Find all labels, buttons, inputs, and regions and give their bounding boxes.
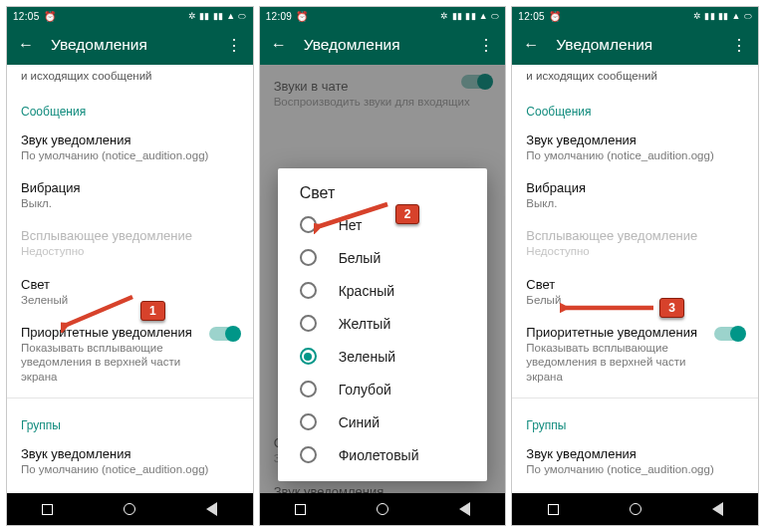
wifi-icon: ▲ xyxy=(731,11,740,21)
back-nav-button[interactable] xyxy=(712,502,723,516)
section-header-groups: Группы xyxy=(21,399,239,438)
setting-vibration[interactable]: Вибрация Выкл. xyxy=(21,172,239,220)
setting-title: Всплывающее уведомление xyxy=(526,228,744,243)
setting-light[interactable]: Свет Белый xyxy=(526,269,744,317)
setting-popup: Всплывающее уведомление Недоступно xyxy=(526,220,744,268)
home-button[interactable] xyxy=(630,503,641,515)
setting-group-tone[interactable]: Звук уведомления По умолчанию (notice_au… xyxy=(21,438,239,486)
light-option-cyan[interactable]: Голубой xyxy=(282,373,484,405)
light-option-none[interactable]: Нет xyxy=(282,208,484,241)
status-indicators: ✲ ▮▮ ▮▮ ▲ ⬭ xyxy=(188,11,247,22)
light-option-green[interactable]: Зеленый xyxy=(282,340,484,373)
content-area[interactable]: и исходящих сообщений Сообщения Звук уве… xyxy=(7,65,253,493)
setting-title: Приоритетные уведомления xyxy=(526,325,744,340)
overflow-menu-button[interactable]: ⋮ xyxy=(728,36,750,55)
radio-icon xyxy=(300,216,317,233)
setting-priority[interactable]: Приоритетные уведомления Показывать вспл… xyxy=(21,317,239,394)
signal-icon: ▮▮ xyxy=(199,11,210,21)
setting-subtitle: Недоступно xyxy=(21,244,239,258)
app-bar: ← Уведомления ⋮ xyxy=(7,25,253,65)
section-header-groups: Группы xyxy=(526,399,744,438)
more-vertical-icon: ⋮ xyxy=(226,37,242,54)
priority-switch[interactable] xyxy=(714,327,744,341)
page-title: Уведомления xyxy=(304,36,476,54)
page-title: Уведомления xyxy=(51,36,223,54)
back-button[interactable]: ← xyxy=(15,34,37,56)
dialog-title: Свет xyxy=(282,184,484,208)
section-header-messages: Сообщения xyxy=(526,85,744,125)
radio-icon xyxy=(300,446,317,463)
setting-subtitle: По умолчанию (notice_audition.ogg) xyxy=(526,462,744,476)
setting-title: Звук уведомления xyxy=(526,133,744,147)
android-nav-bar xyxy=(260,493,506,525)
recent-apps-button[interactable] xyxy=(42,504,53,515)
signal-icon: ▮▮ xyxy=(452,11,463,21)
android-nav-bar xyxy=(7,493,253,525)
content-area: Звуки в чате Воспроизводить звуки для вх… xyxy=(260,65,506,493)
setting-subtitle: По умолчанию (notice_audition.ogg) xyxy=(21,462,239,476)
status-bar: 12:05 ⏰ ✲ ▮▮ ▮▮ ▲ ⬭ xyxy=(7,7,253,25)
back-button[interactable]: ← xyxy=(268,34,290,56)
signal-icon: ▮▮ xyxy=(718,11,729,21)
setting-popup: Всплывающее уведомление Недоступно xyxy=(21,220,239,268)
light-option-red[interactable]: Красный xyxy=(282,274,484,307)
light-option-white[interactable]: Белый xyxy=(282,241,484,274)
wifi-icon: ▲ xyxy=(226,11,235,21)
alarm-icon: ⏰ xyxy=(296,11,308,22)
setting-subtitle: Недоступно xyxy=(526,244,744,258)
light-option-purple[interactable]: Фиолетовый xyxy=(282,438,484,471)
setting-group-vibration[interactable]: Вибрация xyxy=(526,487,744,493)
overflow-menu-button[interactable]: ⋮ xyxy=(223,36,245,55)
light-option-yellow[interactable]: Желтый xyxy=(282,307,484,340)
status-bar: 12:05 ⏰ ✲ ▮▮ ▮▮ ▲ ⬭ xyxy=(512,7,758,25)
signal-icon: ▮▮ xyxy=(704,11,715,21)
bluetooth-icon: ✲ xyxy=(440,11,448,21)
back-nav-button[interactable] xyxy=(206,502,217,516)
battery-icon: ⬭ xyxy=(238,11,246,22)
setting-title: Вибрация xyxy=(526,180,744,195)
option-label: Желтый xyxy=(339,316,391,332)
setting-title: Приоритетные уведомления xyxy=(21,325,239,340)
setting-title: Звук уведомления xyxy=(526,446,744,461)
radio-icon xyxy=(300,348,317,365)
status-time: 12:05 xyxy=(518,11,545,22)
phone-screen-3: 12:05 ⏰ ✲ ▮▮ ▮▮ ▲ ⬭ ← Уведомления ⋮ и ис… xyxy=(511,6,759,526)
setting-subtitle: Выкл. xyxy=(526,196,744,210)
back-nav-button[interactable] xyxy=(459,502,470,516)
setting-group-tone[interactable]: Звук уведомления По умолчанию (notice_au… xyxy=(526,438,744,486)
setting-title: Свет xyxy=(526,277,744,292)
section-header-messages: Сообщения xyxy=(21,85,239,125)
setting-subtitle: Зеленый xyxy=(21,293,239,307)
battery-icon: ⬭ xyxy=(491,11,499,22)
priority-switch[interactable] xyxy=(209,327,239,341)
home-button[interactable] xyxy=(377,503,388,515)
setting-group-vibration[interactable]: Вибрация xyxy=(21,487,239,493)
status-time: 12:05 xyxy=(13,11,40,22)
status-indicators: ✲ ▮▮ ▮▮ ▲ ⬭ xyxy=(693,11,752,22)
setting-priority[interactable]: Приоритетные уведомления Показывать вспл… xyxy=(526,317,744,394)
option-label: Голубой xyxy=(339,382,391,398)
arrow-left-icon: ← xyxy=(523,36,539,54)
status-bar: 12:09 ⏰ ✲ ▮▮ ▮▮ ▲ ⬭ xyxy=(260,7,506,25)
bluetooth-icon: ✲ xyxy=(188,11,196,21)
battery-icon: ⬭ xyxy=(744,11,752,22)
content-area[interactable]: и исходящих сообщений Сообщения Звук уве… xyxy=(512,65,758,493)
setting-notification-tone[interactable]: Звук уведомления По умолчанию (notice_au… xyxy=(21,125,239,172)
more-vertical-icon: ⋮ xyxy=(478,37,494,54)
page-title: Уведомления xyxy=(556,36,728,54)
setting-subtitle: По умолчанию (notice_audition.ogg) xyxy=(21,148,239,162)
recent-apps-button[interactable] xyxy=(295,504,306,515)
home-button[interactable] xyxy=(124,503,135,515)
back-button[interactable]: ← xyxy=(520,34,542,56)
setting-vibration[interactable]: Вибрация Выкл. xyxy=(526,172,744,220)
overflow-menu-button[interactable]: ⋮ xyxy=(475,36,497,55)
app-bar: ← Уведомления ⋮ xyxy=(260,25,506,65)
recent-apps-button[interactable] xyxy=(548,504,559,515)
setting-subtitle: Показывать всплывающие уведомления в вер… xyxy=(21,341,204,384)
wifi-icon: ▲ xyxy=(479,11,488,21)
setting-light[interactable]: Свет Зеленый xyxy=(21,269,239,317)
truncated-text: и исходящих сообщений xyxy=(526,65,744,85)
setting-notification-tone[interactable]: Звук уведомления По умолчанию (notice_au… xyxy=(526,125,744,172)
light-option-blue[interactable]: Синий xyxy=(282,405,484,438)
option-label: Белый xyxy=(339,250,382,266)
